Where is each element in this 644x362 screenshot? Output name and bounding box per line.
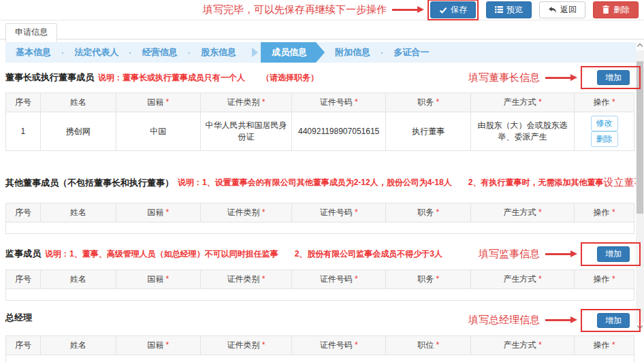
table-row: 1携创网中国中华人民共和国居民身份证440921198907051615执行董事…	[6, 112, 634, 151]
step-multi-license[interactable]: 多证合一	[383, 42, 439, 63]
section-general-manager: 总经理 填写总经理信息 增加	[5, 309, 634, 332]
column-header: 国籍 *	[116, 93, 201, 112]
column-header: 证件号码 *	[291, 203, 385, 223]
back-button-label: 返回	[560, 5, 577, 14]
annotation-arrow-right	[545, 319, 571, 321]
required-asterisk: *	[434, 208, 439, 217]
step-shareholder-info[interactable]: 股东信息	[191, 42, 246, 63]
supervisors-table: 序号姓名国籍 *证件类别 *证件号码 *职务 *产生方式 *操作 *	[5, 269, 634, 301]
required-asterisk: *	[610, 274, 615, 284]
required-asterisk: *	[353, 274, 358, 284]
add-general-manager-annotation: 填写总经理信息	[468, 314, 540, 327]
add-chairman-button[interactable]: 增加	[597, 70, 630, 85]
required-asterisk: *	[610, 97, 615, 107]
add-supervisor-annotation: 填写监事信息	[479, 248, 540, 261]
required-asterisk: *	[353, 340, 358, 350]
required-asterisk: *	[260, 97, 265, 107]
scroll-up-arrow-icon[interactable]	[636, 41, 644, 50]
required-asterisk: *	[163, 208, 169, 217]
section-supervisors: 监事成员 说明：1、董事、高级管理人员（如总经理）不可以同时担任监事 2、股份有…	[5, 242, 634, 265]
column-header: 操作 *	[575, 93, 634, 112]
step-additional-info[interactable]: 附加信息	[325, 42, 381, 63]
add-chairman-highlight-box: 增加	[581, 66, 641, 89]
add-general-manager-button[interactable]: 增加	[597, 313, 630, 328]
toolbar: 填写完毕，可以先保存再继续下一步操作 保存 预览 返回 删除	[0, 0, 644, 20]
column-header: 证件类别 *	[201, 269, 292, 289]
table-header-row: 序号姓名国籍 *证件类别 *证件号码 *职务 *产生方式 *操作 *	[6, 93, 634, 112]
return-arrow-icon	[548, 6, 557, 14]
required-asterisk: *	[434, 97, 439, 107]
delete-button-label: 删除	[613, 5, 630, 14]
column-header: 姓名	[40, 269, 116, 289]
step-legal-representative[interactable]: 法定代表人	[64, 42, 129, 63]
preview-button[interactable]: 预览	[486, 1, 532, 18]
tab-application-info[interactable]: 申请信息	[5, 23, 57, 42]
required-asterisk: *	[260, 274, 265, 284]
table-header-row: 序号姓名国籍 *证件类别 *证件号码 *职位 *产生方式 *操作 *	[6, 335, 634, 355]
page: 填写完毕，可以先保存再继续下一步操作 保存 预览 返回 删除 申请信息 基本信息…	[0, 0, 644, 362]
section-note: 说明：董事长或执行董事成员只有一个人 （请选择职务）	[98, 72, 319, 84]
required-asterisk: *	[536, 340, 542, 350]
column-header: 操作 *	[575, 269, 634, 289]
required-asterisk: *	[163, 340, 169, 350]
table-header-row: 序号姓名国籍 *证件类别 *证件号码 *职务 *产生方式 *操作 *	[6, 269, 634, 289]
column-header: 证件类别 *	[201, 335, 292, 355]
annotation-arrow-right	[545, 77, 571, 79]
column-header: 证件号码 *	[291, 335, 385, 355]
step-business-info[interactable]: 经营信息	[132, 42, 188, 63]
empty-row	[6, 289, 634, 300]
check-icon	[439, 6, 447, 14]
delete-row-button[interactable]: 删除	[591, 131, 618, 147]
column-header: 职位 *	[386, 335, 471, 355]
column-header: 姓名	[40, 203, 116, 223]
row-actions: 修改删除	[575, 112, 634, 151]
required-asterisk: *	[353, 97, 358, 107]
save-button[interactable]: 保存	[430, 1, 476, 18]
table-cell: 执行董事	[386, 112, 471, 151]
section-other-directors: 其他董事成员（不包括董事长和执行董事） 说明：1、设置董事会的有限公司其他董事成…	[5, 166, 634, 199]
save-highlight-box: 保存	[428, 0, 479, 20]
column-header: 产生方式 *	[470, 93, 574, 112]
section-title: 董事长或执行董事成员	[5, 71, 94, 84]
table-cell: 中国	[116, 112, 201, 151]
add-supervisor-button[interactable]: 增加	[597, 246, 630, 261]
column-header: 国籍 *	[116, 335, 201, 355]
table-cell: 中华人民共和国居民身份证	[201, 112, 292, 151]
other-directors-table: 序号姓名国籍 *证件类别 *证件号码 *职务 *产生方式 *操作 *	[5, 203, 634, 234]
column-header: 操作 *	[575, 335, 634, 355]
column-header: 姓名	[40, 335, 116, 355]
column-header: 序号	[6, 93, 41, 112]
column-header: 职务 *	[386, 203, 471, 223]
step-nav: 基本信息 · 法定代表人 · 经营信息 · 股东信息 成员信息 附加信息 · 多…	[5, 42, 639, 63]
back-button[interactable]: 返回	[539, 1, 585, 18]
step-basic-info[interactable]: 基本信息	[5, 42, 61, 63]
required-asterisk: *	[434, 274, 439, 284]
empty-row	[6, 355, 634, 362]
required-asterisk: *	[163, 97, 169, 107]
required-asterisk: *	[536, 97, 542, 107]
table-cell: 由股东（大）会或股东选举、委派产生	[470, 112, 574, 151]
required-asterisk: *	[536, 274, 542, 284]
column-header: 产生方式 *	[470, 203, 574, 223]
edit-button[interactable]: 修改	[591, 116, 618, 131]
table-cell: 1	[6, 112, 41, 151]
preview-button-label: 预览	[506, 5, 523, 14]
column-header: 产生方式 *	[470, 269, 574, 289]
section-note: 说明：1、设置董事会的有限公司其他董事成员为2-12人，股份公司为4-18人 2…	[178, 177, 603, 188]
delete-button[interactable]: 删除	[593, 1, 639, 18]
trash-icon	[602, 5, 610, 14]
required-asterisk: *	[260, 208, 265, 217]
save-button-label: 保存	[451, 5, 467, 14]
column-header: 证件类别 *	[201, 203, 292, 223]
required-asterisk: *	[610, 208, 615, 217]
scrollbar-track[interactable]	[636, 50, 644, 323]
step-chevron-icon	[252, 48, 258, 57]
table-cell: 440921198907051615	[291, 112, 385, 151]
required-asterisk: *	[353, 208, 358, 217]
add-general-manager-highlight-box: 增加	[581, 309, 641, 332]
column-header: 国籍 *	[116, 269, 201, 289]
list-icon	[495, 5, 503, 14]
column-header: 产生方式 *	[470, 335, 574, 355]
column-header: 姓名	[40, 93, 116, 112]
step-member-info-active[interactable]: 成员信息	[261, 42, 325, 63]
